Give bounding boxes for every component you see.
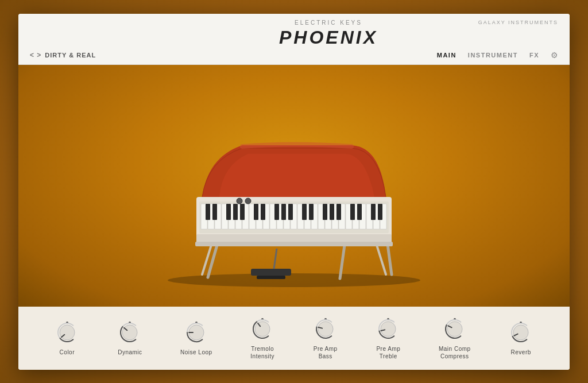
knob-label-tremolo_intensity: TremoloIntensity [250,345,274,360]
svg-rect-54 [357,204,362,220]
svg-rect-56 [378,204,382,220]
tab-fx[interactable]: FX [529,52,539,59]
svg-point-0 [168,273,420,287]
tab-main[interactable]: MAIN [437,52,457,59]
svg-rect-46 [281,204,286,220]
svg-rect-7 [257,276,285,279]
knob-label-color: Color [60,349,75,356]
svg-rect-6 [251,269,291,276]
knob-tremolo_intensity[interactable]: TremoloIntensity [250,316,275,360]
piano-image [127,76,461,295]
preset-name: DIRTY & REAL [45,52,96,59]
galaxy-label: GALAXY INSTRUMENTS [478,20,558,25]
svg-rect-59 [196,234,392,243]
svg-point-58 [245,198,251,204]
svg-rect-44 [261,204,265,220]
svg-rect-49 [309,204,314,220]
title-text: PHOENIX [99,27,558,48]
knob-label-line: Noise Loop [180,349,212,355]
tab-instrument[interactable]: INSTRUMENT [468,52,518,59]
knob-reverb[interactable]: Reverb [508,320,533,356]
knob-label-line: Pre Amp [376,346,400,352]
knob-noise_loop[interactable]: Noise Loop [180,320,212,356]
svg-rect-41 [233,204,238,220]
svg-rect-55 [371,204,376,220]
knob-main_comp_compress[interactable]: Main CompCompress [439,316,471,360]
knob-label-main_comp_compress: Main CompCompress [439,345,471,360]
knob-label-dynamic: Dynamic [118,349,142,356]
svg-line-8 [274,249,277,269]
svg-point-74 [318,322,333,336]
knob-label-line: Main Comp [439,346,471,352]
svg-point-77 [381,322,396,336]
nav-arrows: < > [30,51,41,59]
nav-tabs: MAIN INSTRUMENT FX ⚙ [437,51,558,60]
svg-point-57 [237,198,242,204]
svg-point-65 [122,325,137,340]
knob-label-line: Color [60,349,75,355]
svg-rect-39 [212,204,217,220]
knob-label-reverb: Reverb [511,349,531,356]
knob-label-line: Treble [380,353,397,359]
knob-label-line: Dynamic [118,349,142,355]
svg-rect-43 [254,204,258,220]
svg-rect-53 [350,204,355,220]
knob-label-line: Pre Amp [314,346,338,352]
knob-label-pre_amp_bass: Pre AmpBass [314,345,338,360]
svg-rect-45 [274,204,279,220]
svg-rect-51 [330,204,334,220]
knob-label-line: Compress [440,353,469,359]
svg-rect-40 [226,204,231,220]
svg-point-80 [447,322,462,336]
preset-nav[interactable]: < > DIRTY & REAL [30,51,96,59]
controls-bar: Color Dynamic Noise Loop [18,307,570,370]
svg-rect-60 [195,242,393,246]
knob-label-line: Reverb [511,349,531,355]
nav-bar: < > DIRTY & REAL MAIN INSTRUMENT FX ⚙ [30,51,558,60]
knob-pre_amp_treble[interactable]: Pre AmpTreble [376,316,401,360]
knob-label-line: Bass [319,353,332,359]
knob-pre_amp_bass[interactable]: Pre AmpBass [313,316,338,360]
svg-rect-42 [240,204,245,220]
knob-label-pre_amp_treble: Pre AmpTreble [376,345,400,360]
svg-rect-38 [206,204,210,220]
knob-label-line: Intensity [250,353,274,359]
svg-point-71 [255,322,270,336]
header: ELECTRIC KEYS PHOENIX GALAXY INSTRUMENTS… [18,14,570,65]
svg-rect-52 [336,204,341,220]
svg-rect-48 [302,204,307,220]
outer-bg: ELECTRIC KEYS PHOENIX GALAXY INSTRUMENTS… [0,0,588,383]
knob-label-noise_loop: Noise Loop [180,349,212,356]
knob-label-line: Tremolo [251,346,274,352]
svg-rect-50 [323,204,327,220]
svg-rect-47 [288,204,293,220]
knob-dynamic[interactable]: Dynamic [117,320,142,356]
plugin-window: ELECTRIC KEYS PHOENIX GALAXY INSTRUMENTS… [18,14,570,370]
main-content [18,65,570,307]
svg-point-62 [60,325,75,340]
piano-svg [127,76,461,295]
settings-icon[interactable]: ⚙ [551,51,558,60]
knob-color[interactable]: Color [55,320,80,356]
svg-point-83 [513,325,528,340]
